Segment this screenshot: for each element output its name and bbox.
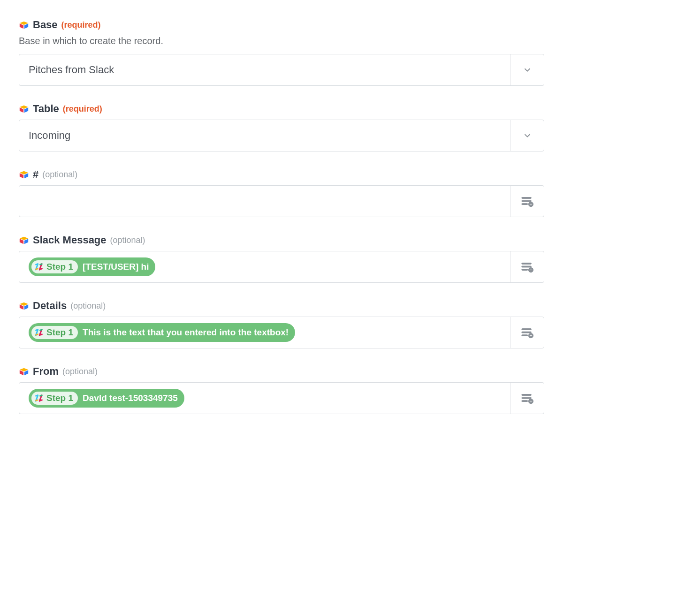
chevron-down-icon[interactable] — [510, 120, 544, 151]
svg-rect-18 — [521, 263, 531, 265]
base-help-text: Base in which to create the record. — [19, 36, 544, 46]
svg-rect-20 — [521, 269, 527, 271]
table-select-value-area[interactable]: Incoming — [19, 120, 510, 151]
step-pill[interactable]: Step 1 [TEST/USER] hi — [29, 257, 155, 276]
base-select-value-area[interactable]: Pitches from Slack — [19, 54, 510, 85]
pill-left: Step 1 — [31, 326, 78, 339]
svg-rect-19 — [521, 266, 531, 267]
insert-data-icon[interactable] — [510, 186, 544, 217]
slack-message-field-label-row: Slack Message (optional) — [19, 234, 544, 246]
number-input-row[interactable] — [19, 185, 544, 217]
table-value: Incoming — [29, 129, 70, 142]
details-field-label-row: Details (optional) — [19, 300, 544, 312]
from-input[interactable]: Step 1 David test-1503349735 — [19, 383, 510, 414]
slack-message-label: Slack Message — [33, 234, 107, 246]
svg-rect-29 — [521, 335, 527, 336]
number-label: # — [33, 168, 38, 181]
base-required-tag: (required) — [61, 20, 101, 30]
svg-rect-11 — [521, 204, 527, 205]
svg-rect-14 — [529, 204, 532, 205]
slack-icon — [34, 262, 44, 272]
svg-rect-9 — [521, 197, 531, 199]
table-label: Table — [33, 103, 59, 115]
pill-step-label: Step 1 — [46, 393, 73, 403]
insert-data-icon[interactable] — [510, 383, 544, 414]
insert-data-icon[interactable] — [510, 317, 544, 348]
airtable-icon — [19, 301, 29, 311]
slack-icon — [34, 328, 44, 337]
details-input-row[interactable]: Step 1 This is the text that you entered… — [19, 317, 544, 348]
table-select[interactable]: Incoming — [19, 120, 544, 151]
table-required-tag: (required) — [63, 104, 102, 114]
svg-rect-28 — [521, 332, 531, 333]
airtable-icon — [19, 169, 29, 180]
table-field-label-row: Table (required) — [19, 103, 544, 115]
chevron-down-icon[interactable] — [510, 54, 544, 85]
from-input-row[interactable]: Step 1 David test-1503349735 — [19, 382, 544, 414]
pill-step-label: Step 1 — [46, 327, 73, 338]
number-input[interactable] — [19, 186, 510, 217]
svg-rect-27 — [521, 329, 531, 330]
base-select[interactable]: Pitches from Slack — [19, 54, 544, 86]
details-label: Details — [33, 300, 67, 312]
base-label: Base — [33, 19, 58, 31]
slack-message-input-row[interactable]: Step 1 [TEST/USER] hi — [19, 251, 544, 283]
airtable-icon — [19, 20, 29, 30]
number-field-label-row: # (optional) — [19, 168, 544, 181]
airtable-icon — [19, 366, 29, 377]
from-label: From — [33, 365, 59, 378]
step-pill[interactable]: Step 1 David test-1503349735 — [29, 389, 184, 408]
pill-value: This is the text that you entered into t… — [83, 327, 289, 338]
base-field-label-row: Base (required) — [19, 19, 544, 31]
form-container: Base (required) Base in which to create … — [19, 19, 544, 414]
slack-message-optional-tag: (optional) — [110, 235, 145, 245]
pill-left: Step 1 — [31, 260, 78, 273]
from-field-label-row: From (optional) — [19, 365, 544, 378]
slack-message-input[interactable]: Step 1 [TEST/USER] hi — [19, 251, 510, 282]
details-input[interactable]: Step 1 This is the text that you entered… — [19, 317, 510, 348]
pill-value: [TEST/USER] hi — [83, 262, 149, 272]
svg-rect-36 — [521, 394, 531, 396]
svg-rect-10 — [521, 200, 531, 202]
pill-value: David test-1503349735 — [83, 393, 178, 403]
svg-rect-37 — [521, 397, 531, 399]
svg-rect-41 — [529, 401, 532, 402]
pill-left: Step 1 — [31, 392, 78, 405]
number-optional-tag: (optional) — [42, 170, 77, 180]
airtable-icon — [19, 104, 29, 114]
from-optional-tag: (optional) — [62, 367, 98, 377]
slack-icon — [34, 393, 44, 403]
pill-step-label: Step 1 — [46, 262, 73, 272]
base-value: Pitches from Slack — [29, 64, 114, 76]
details-optional-tag: (optional) — [70, 301, 106, 311]
insert-data-icon[interactable] — [510, 251, 544, 282]
svg-rect-23 — [529, 270, 532, 271]
step-pill[interactable]: Step 1 This is the text that you entered… — [29, 323, 295, 342]
svg-rect-32 — [529, 335, 532, 336]
airtable-icon — [19, 235, 29, 245]
svg-rect-38 — [521, 401, 527, 402]
